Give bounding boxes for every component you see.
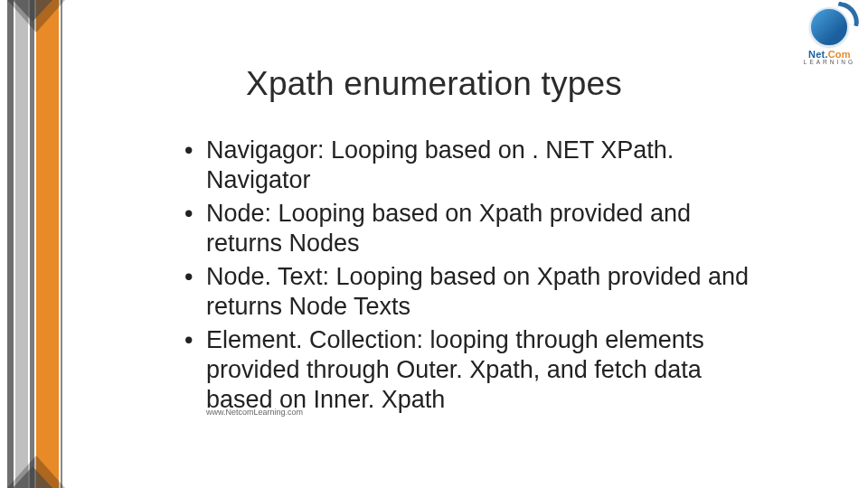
globe-swoosh-icon: [809, 7, 849, 47]
slide-body: Navigagor: Looping based on . NET XPath.…: [181, 136, 760, 418]
brand-logo: Net.Com LEARNING: [804, 7, 855, 65]
slide-title: Xpath enumeration types: [0, 65, 868, 103]
chevron-down-icon: [13, 0, 52, 22]
list-item: Navigagor: Looping based on . NET XPath.…: [181, 136, 760, 195]
slide: Net.Com LEARNING Xpath enumeration types…: [0, 0, 868, 488]
brand-subtitle: LEARNING: [804, 59, 855, 65]
bullet-list: Navigagor: Looping based on . NET XPath.…: [181, 136, 760, 414]
list-item: Element. Collection: looping through ele…: [181, 325, 760, 415]
footer-url: www.NetcomLearning.com: [206, 408, 303, 417]
list-item: Node: Looping based on Xpath provided an…: [181, 199, 760, 258]
chevron-up-icon: [13, 466, 52, 488]
list-item: Node. Text: Looping based on Xpath provi…: [181, 262, 760, 322]
